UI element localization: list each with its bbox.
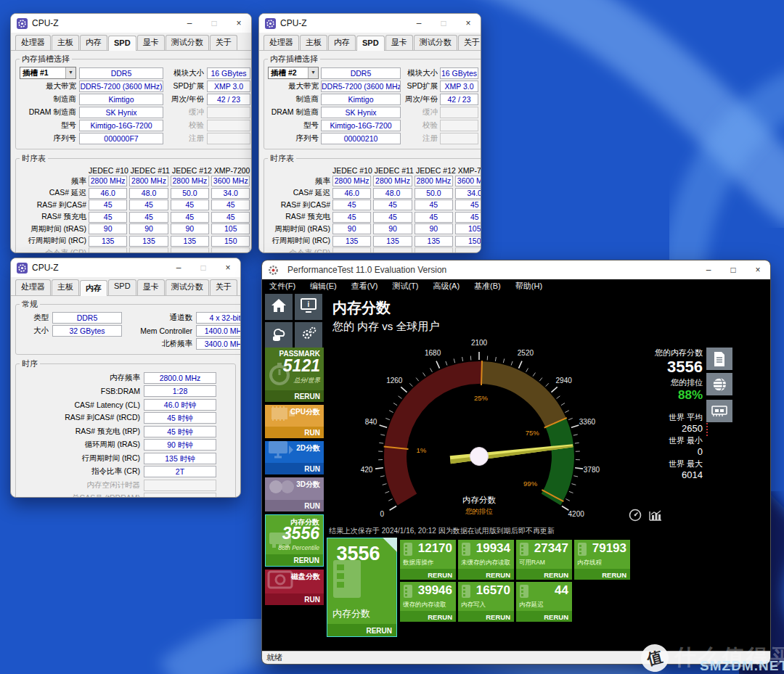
- titlebar[interactable]: PerformanceTest 11.0 Evaluation Version …: [262, 260, 770, 279]
- svg-text:2940: 2940: [556, 377, 573, 385]
- rerun-button[interactable]: RERUN: [366, 627, 392, 635]
- chart-icon[interactable]: [648, 509, 663, 525]
- tab-关于[interactable]: 关于: [458, 35, 481, 50]
- gauge-icon[interactable]: [629, 509, 642, 525]
- rerun-button[interactable]: RERUN: [486, 571, 510, 579]
- rerun-button[interactable]: RERUN: [293, 556, 319, 564]
- home-button[interactable]: [265, 294, 293, 320]
- performancetest-app-icon: [268, 265, 279, 276]
- timing-column-header: JEDEC #12: [172, 166, 212, 175]
- rerun-button[interactable]: RERUN: [294, 393, 320, 400]
- settings-button[interactable]: [295, 322, 322, 348]
- titlebar[interactable]: CPU-Z – □ ×: [11, 258, 240, 277]
- close-icon[interactable]: ×: [216, 259, 240, 276]
- tab-显卡[interactable]: 显卡: [137, 279, 165, 295]
- minimize-icon[interactable]: –: [407, 15, 431, 32]
- menu-item-基准(B)[interactable]: 基准(B): [467, 281, 508, 292]
- performancetest-window[interactable]: PerformanceTest 11.0 Evaluation Version …: [261, 260, 771, 665]
- rerun-button[interactable]: RERUN: [428, 613, 452, 621]
- tab-关于[interactable]: 关于: [210, 35, 237, 50]
- sidebar-tile-CPU分数[interactable]: CPU分数RUN: [265, 405, 324, 438]
- subtest-tile-未缓存的内存读取[interactable]: 19934未缓存的内存读取RERUN: [458, 540, 514, 580]
- tab-关于[interactable]: 关于: [210, 279, 237, 295]
- titlebar[interactable]: CPU-Z – □ ×: [259, 14, 481, 33]
- tab-处理器[interactable]: 处理器: [15, 279, 51, 295]
- tab-主板[interactable]: 主板: [52, 279, 79, 295]
- svg-text:3780: 3780: [584, 466, 600, 474]
- tab-SPD[interactable]: SPD: [108, 279, 136, 295]
- field-value: SK Hynix: [79, 107, 163, 118]
- rerun-button[interactable]: RERUN: [544, 613, 568, 621]
- subtest-tile-内存写入[interactable]: 16570内存写入RERUN: [458, 582, 514, 622]
- smzdm-site: SMZDM.NET: [700, 658, 784, 674]
- slot-select[interactable]: 插槽 #2▼: [268, 67, 319, 79]
- tile-percentile: 88th Percentile: [278, 544, 319, 551]
- menu-item-帮助(H)[interactable]: 帮助(H): [508, 281, 550, 292]
- system-info-button[interactable]: i: [295, 294, 322, 320]
- cpuz-app-icon: [265, 18, 276, 29]
- subtest-tile-数据库操作[interactable]: 12170数据库操作RERUN: [400, 540, 456, 580]
- report-icon[interactable]: [706, 348, 732, 370]
- menu-item-高级(A)[interactable]: 高级(A): [425, 281, 467, 292]
- cpuz-window-slot1[interactable]: CPU-Z – □ × 处理器主板内存SPD显卡测试分数关于 内存插槽选择插槽 …: [10, 13, 252, 253]
- sidebar-tile-3D分数[interactable]: 3D分数RUN: [265, 477, 324, 511]
- rerun-button[interactable]: RERUN: [602, 571, 626, 579]
- sidebar-tile-PASSMARK[interactable]: PASSMARK5121总分/世界RERUN: [265, 348, 324, 402]
- memory-score-tile[interactable]: 3556 内存分数 RERUN: [327, 538, 397, 637]
- cpuz-window-slot2[interactable]: CPU-Z – □ × 处理器主板内存SPD显卡测试分数关于 内存插槽选择插槽 …: [258, 13, 481, 253]
- run-button[interactable]: RUN: [304, 596, 320, 604]
- gpu-card-icon[interactable]: [706, 400, 732, 422]
- close-icon[interactable]: ×: [746, 261, 770, 279]
- run-button[interactable]: RUN: [304, 429, 320, 437]
- minimize-icon[interactable]: –: [177, 15, 202, 32]
- menu-item-测试(T)[interactable]: 测试(T): [385, 281, 425, 292]
- chevron-down-icon[interactable]: ▼: [308, 67, 318, 78]
- subtest-tile-缓存的内存读取[interactable]: 39946缓存的内存读取RERUN: [400, 582, 456, 622]
- tab-内存[interactable]: 内存: [328, 35, 356, 50]
- sidebar-tile-内存分数[interactable]: 内存分数355688th PercentileRERUN: [265, 514, 324, 567]
- minimize-icon[interactable]: –: [166, 259, 191, 276]
- chevron-down-icon[interactable]: ▼: [65, 67, 75, 78]
- tab-主板[interactable]: 主板: [52, 35, 79, 50]
- run-button[interactable]: RUN: [304, 465, 320, 473]
- tab-显卡[interactable]: 显卡: [385, 35, 413, 50]
- titlebar[interactable]: CPU-Z – □ ×: [11, 14, 251, 33]
- tab-显卡[interactable]: 显卡: [137, 35, 165, 50]
- close-icon[interactable]: ×: [456, 15, 481, 32]
- cpuz-window-memory[interactable]: CPU-Z – □ × 处理器主板内存SPD显卡测试分数关于 常规类型DDR5通…: [10, 258, 241, 498]
- tab-内存[interactable]: 内存: [80, 280, 107, 296]
- tab-内存[interactable]: 内存: [80, 35, 107, 50]
- timing-value: 90: [415, 223, 453, 234]
- close-icon[interactable]: ×: [226, 15, 251, 32]
- minimize-icon[interactable]: –: [696, 261, 721, 279]
- menu-item-文件(F)[interactable]: 文件(F): [262, 281, 303, 292]
- tab-测试分数[interactable]: 测试分数: [414, 35, 457, 50]
- subtest-tile-内存线程[interactable]: 79193内存线程RERUN: [574, 540, 630, 580]
- tile-label: 内存分数: [332, 607, 370, 620]
- memory-type-value: DDR5: [321, 67, 401, 79]
- sidebar-tile-2D分数[interactable]: 2D分数RUN: [265, 441, 324, 474]
- menu-item-查看(V)[interactable]: 查看(V): [344, 281, 385, 292]
- rerun-button[interactable]: RERUN: [544, 571, 568, 579]
- sidebar-tile-磁盘分数[interactable]: 磁盘分数RUN: [265, 570, 324, 605]
- memory-slot-group: 内存插槽选择插槽 #2▼DDR5模块大小16 GBytes最大带宽DDR5-72…: [264, 54, 481, 149]
- run-button[interactable]: RUN: [304, 502, 320, 510]
- tab-测试分数[interactable]: 测试分数: [166, 279, 209, 295]
- subtest-tile-内存延迟[interactable]: 44内存延迟RERUN: [516, 582, 572, 622]
- rerun-button[interactable]: RERUN: [486, 613, 510, 621]
- timing-value: 45: [89, 200, 127, 210]
- rerun-button[interactable]: RERUN: [428, 571, 452, 579]
- tab-处理器[interactable]: 处理器: [264, 35, 299, 50]
- menu-item-编辑(E)[interactable]: 编辑(E): [303, 281, 344, 292]
- tab-SPD[interactable]: SPD: [108, 36, 136, 51]
- field-value: 32 GBytes: [52, 325, 122, 337]
- maximize-icon[interactable]: □: [721, 261, 746, 279]
- tab-处理器[interactable]: 处理器: [15, 35, 51, 50]
- tab-测试分数[interactable]: 测试分数: [166, 35, 209, 50]
- globe-icon[interactable]: [706, 373, 732, 395]
- subtest-tile-可用RAM[interactable]: 27347可用RAMRERUN: [516, 540, 572, 580]
- tab-主板[interactable]: 主板: [300, 35, 327, 50]
- baseline-upload-button[interactable]: [265, 322, 293, 348]
- slot-select[interactable]: 插槽 #1▼: [20, 67, 76, 79]
- tab-SPD[interactable]: SPD: [356, 36, 385, 51]
